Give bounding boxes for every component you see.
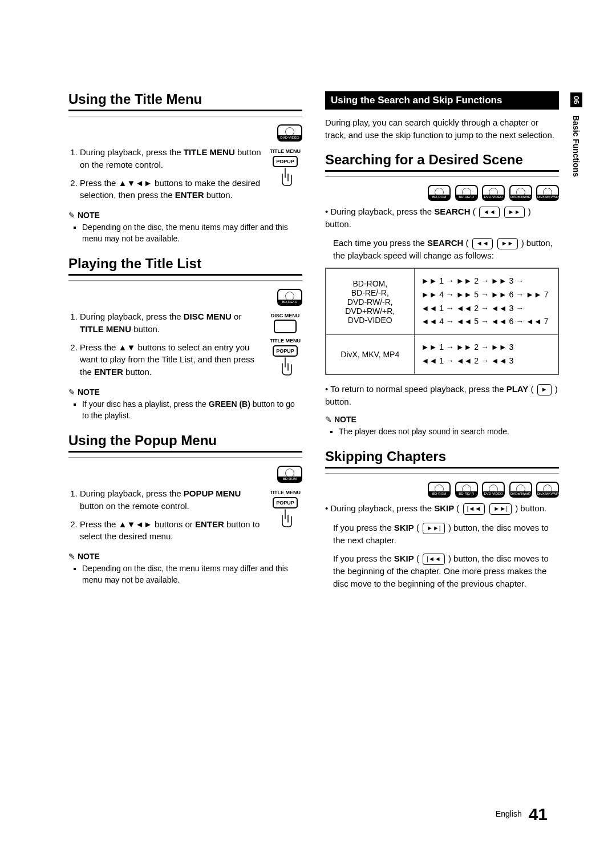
disc-icon: DivX/MKV/MP4 <box>536 185 559 201</box>
title-using-popup-menu: Using the Popup Menu <box>68 433 302 453</box>
page-number: 41 <box>529 805 548 823</box>
steps-s1: During playback, press the TITLE MENU bu… <box>68 146 302 201</box>
disc-icon: DivX/MKV/MP4 <box>536 482 559 498</box>
remote-stack-s1: TITLE MENU POPUP <box>268 146 302 189</box>
remote-stack-s3: TITLE MENU POPUP <box>268 487 302 530</box>
note-list-s3: Depending on the disc, the menu items ma… <box>68 563 302 586</box>
table-row: BD-ROM, BD-RE/-R, DVD-RW/-R, DVD+RW/+R, … <box>326 268 558 335</box>
side-tab: 06 Basic Functions <box>572 92 581 183</box>
play-icon: ► <box>537 384 552 395</box>
disc-icon: DVD-VIDEO <box>482 185 505 201</box>
speed-table: BD-ROM, BD-RE/-R, DVD-RW/-R, DVD+RW/+R, … <box>325 268 559 375</box>
note-list-s1: Depending on the disc, the menu items ma… <box>68 222 302 244</box>
search-para-2: Each time you press the SEARCH ( ◄◄ ►► )… <box>333 237 559 262</box>
chapter-number: 06 <box>570 92 582 107</box>
hand-icon <box>277 167 294 187</box>
note-item: If your disc has a playlist, press the G… <box>82 399 302 421</box>
label-title-menu: TITLE MENU <box>268 148 302 154</box>
intro-text: During play, you can search quickly thro… <box>325 116 559 142</box>
note-item: Depending on the disc, the menu items ma… <box>82 222 302 244</box>
speed-values-1: ►► 1 → ►► 2 → ►► 3 → ►► 4 → ►► 5 → ►► 6 … <box>414 268 558 335</box>
label-title-menu: TITLE MENU <box>268 338 302 344</box>
steps-s3: During playback, press the POPUP MENU bu… <box>68 487 302 543</box>
note-label: NOTE <box>68 211 302 220</box>
page-footer: English 41 <box>496 805 548 824</box>
disc-icon: DVD±RW/±R <box>509 185 532 201</box>
note-list-r1: The player does not play sound in search… <box>325 426 559 438</box>
return-normal-para: To return to normal speed playback, pres… <box>325 383 559 408</box>
heading-search-skip: Using the Search and Skip Functions <box>325 91 559 110</box>
right-column: Using the Search and Skip Functions Duri… <box>325 91 559 597</box>
disc-icon: BD-RE/-R <box>455 482 478 498</box>
disc-icons-r2: BD-ROM BD-RE/-R DVD-VIDEO DVD±RW/±R DivX… <box>325 482 559 498</box>
skip-para-1: During playback, press the SKIP ( |◄◄ ►►… <box>325 502 559 515</box>
note-item: Depending on the disc, the menu items ma… <box>82 563 302 586</box>
remote-stack-s2: DISC MENU TITLE MENU POPUP <box>268 310 302 378</box>
disc-icon: DVD-VIDEO <box>482 482 505 498</box>
search-para-1: During playback, press the SEARCH ( ◄◄ ►… <box>325 205 559 231</box>
hand-icon <box>277 508 294 528</box>
rewind-icon: ◄◄ <box>479 207 500 218</box>
skip-prev-icon: |◄◄ <box>423 554 445 565</box>
footer-language: English <box>496 809 522 818</box>
button-popup-icon: POPUP <box>273 345 298 357</box>
fast-forward-icon: ►► <box>504 207 525 218</box>
title-skipping-chapters: Skipping Chapters <box>325 449 559 469</box>
disc-icon: BD-ROM <box>428 185 451 201</box>
note-label: NOTE <box>68 387 302 397</box>
disc-icons-s2: BD-RE/-R <box>68 289 302 306</box>
table-row: DivX, MKV, MP4 ►► 1 → ►► 2 → ►► 3 ◄◄ 1 →… <box>326 335 558 374</box>
note-label: NOTE <box>325 415 559 424</box>
speed-values-2: ►► 1 → ►► 2 → ►► 3 ◄◄ 1 → ◄◄ 2 → ◄◄ 3 <box>414 335 558 374</box>
speed-formats-2: DivX, MKV, MP4 <box>326 335 414 374</box>
skip-prev-icon: |◄◄ <box>463 503 485 515</box>
disc-icons-r1: BD-ROM BD-RE/-R DVD-VIDEO DVD±RW/±R DivX… <box>325 185 559 201</box>
note-item: The player does not play sound in search… <box>339 426 559 438</box>
fast-forward-icon: ►► <box>497 238 518 249</box>
left-column: Using the Title Menu DVD-VIDEO TITLE MEN… <box>68 91 302 597</box>
title-using-title-menu: Using the Title Menu <box>68 91 302 111</box>
label-title-menu: TITLE MENU <box>268 490 302 495</box>
skip-next-icon: ►►| <box>489 503 512 515</box>
skip-para-2: If you press the SKIP ( ►►| ) button, th… <box>333 522 559 547</box>
skip-next-icon: ►►| <box>423 523 445 534</box>
disc-icon: DVD±RW/±R <box>509 482 532 498</box>
note-label: NOTE <box>68 552 302 561</box>
button-popup-icon: POPUP <box>273 497 298 508</box>
skip-para-3: If you press the SKIP ( |◄◄ ) button, th… <box>333 552 559 590</box>
disc-icons-s1: DVD-VIDEO <box>68 124 302 142</box>
disc-icon: BD-RE/-R <box>455 185 478 201</box>
steps-s2: During playback, press the DISC MENU or … <box>68 310 302 378</box>
title-searching-scene: Searching for a Desired Scene <box>325 152 559 172</box>
title-playing-title-list: Playing the Title List <box>68 256 302 276</box>
button-blank-icon <box>274 320 297 333</box>
disc-icons-s3: BD-ROM <box>68 466 302 483</box>
note-list-s2: If your disc has a playlist, press the G… <box>68 399 302 421</box>
disc-icon-bdre: BD-RE/-R <box>277 289 302 306</box>
label-disc-menu: DISC MENU <box>268 313 302 318</box>
hand-icon <box>277 357 294 376</box>
rewind-icon: ◄◄ <box>472 238 493 249</box>
speed-formats-1: BD-ROM, BD-RE/-R, DVD-RW/-R, DVD+RW/+R, … <box>326 268 414 335</box>
disc-icon: BD-ROM <box>428 482 451 498</box>
button-popup-icon: POPUP <box>273 156 298 167</box>
disc-icon-dvd-video: DVD-VIDEO <box>277 124 302 142</box>
disc-icon-bdrom: BD-ROM <box>277 466 302 483</box>
chapter-label: Basic Functions <box>570 110 582 183</box>
